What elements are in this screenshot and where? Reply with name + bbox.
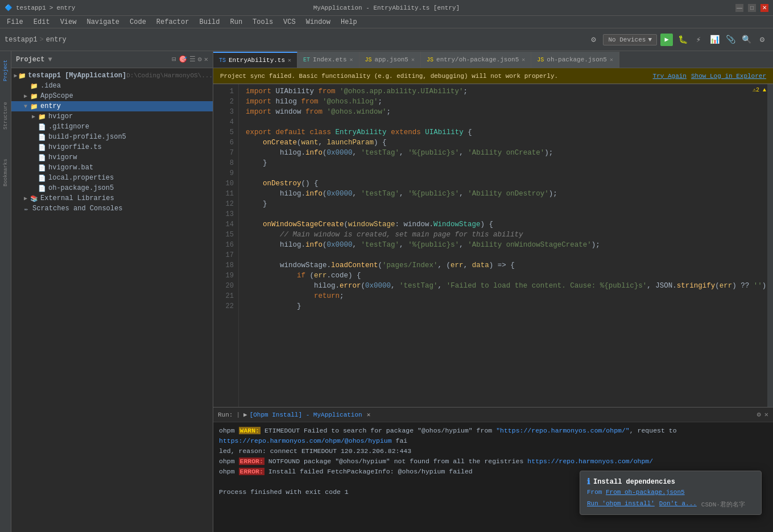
- tab-indexets[interactable]: ET Index.ets ✕: [297, 52, 359, 68]
- token: onCreate: [263, 139, 297, 147]
- token: return: [314, 292, 340, 300]
- collapse-all-icon[interactable]: ⊟: [172, 55, 176, 64]
- tree-item-idea[interactable]: 📁 .idea: [11, 81, 213, 91]
- token: : window.: [395, 221, 434, 228]
- profile-icon[interactable]: ⚡: [692, 34, 705, 46]
- dont-install-btn[interactable]: Don't a...: [659, 500, 697, 509]
- attach-icon[interactable]: 📎: [724, 34, 737, 46]
- menu-navigate[interactable]: Navigate: [82, 17, 124, 27]
- editor-area: TS EntryAbility.ts ✕ ET Index.ets ✕ JS a…: [213, 51, 773, 532]
- menu-run[interactable]: Run: [225, 17, 247, 27]
- minimize-button[interactable]: —: [735, 4, 743, 12]
- code-content[interactable]: import UIAbility from '@ohos.app.ability…: [239, 84, 767, 407]
- tree-item-hvigorfile[interactable]: 📄 hvigorfile.ts: [11, 142, 213, 152]
- menu-vcs[interactable]: VCS: [279, 17, 300, 27]
- menu-window[interactable]: Window: [301, 17, 335, 27]
- search-icon[interactable]: 🔍: [740, 34, 753, 46]
- title-bar-left: 🔷 testapp1 > entry: [5, 4, 75, 11]
- scrollbar[interactable]: ⚠2 ▲: [767, 84, 773, 407]
- menu-build[interactable]: Build: [195, 17, 224, 27]
- tree-item-extlibs[interactable]: ▶ 📚 External Libraries: [11, 193, 213, 203]
- line-num-12: 12: [213, 199, 234, 209]
- settings-bottom-icon[interactable]: ⚙: [757, 410, 761, 419]
- tree-item-entry[interactable]: ▼ 📁 entry: [11, 101, 213, 111]
- tab-entry-ohpackage[interactable]: JS entry/oh-package.json5 ✕: [421, 52, 531, 68]
- tab-ohpackage[interactable]: JS oh-package.json5 ✕: [531, 52, 619, 68]
- menu-bar: File Edit View Navigate Code Refactor Bu…: [0, 16, 773, 28]
- install-popup-subtitle[interactable]: From From oh-package.json5: [587, 489, 754, 496]
- sidebar-item-bookmarks[interactable]: Bookmarks: [0, 156, 11, 190]
- lib-icon: 📚: [30, 195, 39, 202]
- tree-arrow-entry: ▼: [22, 103, 30, 110]
- log-link2[interactable]: https://repo.harmonyos.com/ohpm/@ohos/hy…: [219, 437, 392, 444]
- token: 0x0000: [365, 282, 391, 290]
- settings2-icon[interactable]: ⚙: [756, 34, 768, 46]
- run-tab-name[interactable]: [Ohpm Install] - MyApplication: [250, 412, 362, 418]
- show-log-link[interactable]: Show Log in Explorer: [691, 73, 766, 80]
- token: ,: [353, 241, 361, 249]
- log-prefix: ohpm: [219, 468, 239, 475]
- sidebar-item-structure[interactable]: Structure: [0, 99, 11, 133]
- code-line-5: export default class EntryAbility extend…: [246, 127, 760, 138]
- line-num-8: 8: [213, 158, 234, 168]
- menu-tools[interactable]: Tools: [248, 17, 278, 27]
- try-again-link[interactable]: Try Again: [653, 73, 687, 80]
- locate-file-icon[interactable]: 🎯: [179, 55, 187, 64]
- sidebar-item-project[interactable]: Project: [0, 53, 11, 88]
- log-link3[interactable]: https://repo.harmonyos.com/ohpm/: [527, 458, 653, 465]
- from-link[interactable]: From oh-package.json5: [606, 489, 685, 496]
- tree-item-scratches[interactable]: ✏ Scratches and Consoles: [11, 203, 213, 214]
- log-link[interactable]: "https://repo.harmonyos.com/ohpm/": [496, 427, 630, 434]
- tree-label-localprops: local.properties: [48, 174, 114, 182]
- tree-item-gitignore[interactable]: 📄 .gitignore: [11, 122, 213, 132]
- menu-view[interactable]: View: [56, 17, 81, 27]
- run-ohpm-install-btn[interactable]: Run 'ohpm install': [587, 500, 655, 509]
- tree-item-hvigor[interactable]: ▶ 📁 hvigor: [11, 111, 213, 122]
- token: (: [323, 241, 327, 249]
- close-tab-appjson5[interactable]: ✕: [411, 56, 415, 63]
- token: EntryAbility: [336, 128, 387, 136]
- close-run-tab[interactable]: ✕: [367, 411, 371, 418]
- token: stringify: [677, 282, 716, 290]
- token: (: [297, 139, 301, 147]
- close-panel-icon[interactable]: ✕: [204, 55, 208, 64]
- filter-icon[interactable]: ☰: [189, 55, 196, 64]
- token: (: [361, 282, 366, 290]
- coverage-icon[interactable]: 📊: [708, 34, 721, 46]
- settings-icon[interactable]: ⚙: [198, 55, 202, 64]
- tree-item-buildprofile[interactable]: 📄 build-profile.json5: [11, 132, 213, 142]
- menu-refactor[interactable]: Refactor: [152, 17, 194, 27]
- project-name: testapp1: [16, 5, 46, 11]
- tree-label-gitignore: .gitignore: [48, 123, 89, 131]
- token: [246, 231, 280, 239]
- debug-icon[interactable]: 🐛: [676, 34, 689, 46]
- tree-item-appscope[interactable]: ▶ 📁 AppScope: [11, 91, 213, 101]
- close-tab-entryability[interactable]: ✕: [288, 57, 291, 64]
- tab-appjson5[interactable]: JS app.json5 ✕: [359, 52, 421, 68]
- close-bottom-icon[interactable]: ✕: [764, 410, 768, 419]
- token: ,: [459, 149, 468, 157]
- tree-item-localprops[interactable]: 📄 local.properties: [11, 173, 213, 183]
- tab-entryability[interactable]: TS EntryAbility.ts ✕: [213, 52, 297, 68]
- run-button[interactable]: ▶: [660, 34, 673, 46]
- menu-edit[interactable]: Edit: [29, 17, 55, 27]
- tree-label-hvigorfile: hvigorfile.ts: [48, 143, 102, 151]
- tree-item-ohpackage[interactable]: 📄 oh-package.json5: [11, 183, 213, 193]
- menu-code[interactable]: Code: [125, 17, 151, 27]
- tree-item-testapp1[interactable]: ▶ 📁 testapp1 [MyApplication] D:\Coding\H…: [11, 70, 213, 81]
- device-selector[interactable]: No Devices ▼: [603, 34, 657, 45]
- token: ,: [459, 190, 468, 198]
- close-tab-ohpackage[interactable]: ✕: [610, 56, 613, 63]
- menu-help[interactable]: Help: [336, 17, 362, 27]
- close-tab-entry-ohpackage[interactable]: ✕: [522, 56, 525, 63]
- settings-icon[interactable]: ⚙: [587, 34, 600, 46]
- tree-item-hvigorw[interactable]: 📄 hvigorw: [11, 152, 213, 163]
- close-tab-indexets[interactable]: ✕: [350, 56, 353, 63]
- tree-item-hvigorwbat[interactable]: 📄 hvigorw.bat: [11, 163, 213, 173]
- token: import: [246, 98, 271, 106]
- menu-file[interactable]: File: [2, 17, 28, 27]
- maximize-button[interactable]: □: [748, 4, 756, 12]
- log-line-1: led, reason: connect ETIMEDOUT 120.232.2…: [219, 446, 767, 456]
- close-button[interactable]: ✕: [760, 4, 768, 12]
- project-tree: ▶ 📁 testapp1 [MyApplication] D:\Coding\H…: [11, 68, 213, 532]
